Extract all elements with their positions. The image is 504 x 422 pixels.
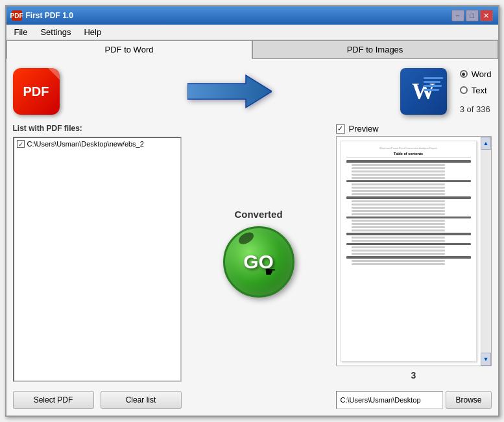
minimize-button[interactable]: − [451, 10, 464, 21]
page-number-display: 3 [336, 370, 492, 381]
preview-line [352, 226, 445, 228]
option-text-label: Text [472, 86, 487, 95]
preview-line [346, 243, 471, 246]
tab-bar: PDF to Word PDF to Images [6, 40, 498, 59]
preview-line [352, 220, 445, 222]
maximize-button[interactable]: □ [466, 10, 479, 21]
pdf-icon: PDF [13, 68, 60, 115]
radio-text[interactable] [460, 86, 468, 94]
preview-line [352, 210, 445, 212]
bottom-left: Select PDF Clear list [13, 391, 182, 409]
preview-scroll-down[interactable]: ▼ [481, 353, 491, 366]
preview-page: Word and PowerPoint Conversion Analysis … [341, 141, 477, 362]
preview-scroll-up[interactable]: ▲ [481, 137, 491, 150]
horizontal-scrollbar[interactable]: ◀ ▶ [14, 381, 180, 382]
preview-line [352, 167, 445, 169]
menu-help[interactable]: Help [78, 26, 106, 38]
page-count: 3 of 336 [460, 104, 490, 114]
preview-area: Word and PowerPoint Conversion Analysis … [336, 136, 492, 366]
preview-line [352, 260, 445, 262]
word-line-1 [424, 77, 443, 79]
menu-file[interactable]: File [9, 26, 33, 38]
tab-pdf-to-word[interactable]: PDF to Word [6, 40, 252, 59]
preview-line [346, 160, 471, 163]
preview-line [352, 177, 445, 179]
preview-line [346, 233, 471, 235]
go-button[interactable]: GO [223, 226, 294, 298]
title-bar-left: PDF First PDF 1.0 [12, 10, 73, 21]
preview-line [352, 250, 445, 252]
pdf-icon-label: PDF [23, 84, 49, 99]
word-icon-inner [400, 68, 447, 115]
window-controls: − □ ✕ [451, 10, 493, 21]
preview-label: Preview [349, 124, 379, 134]
converted-label: Converted [234, 209, 282, 220]
option-word[interactable]: Word [460, 69, 492, 79]
preview-line [352, 174, 445, 176]
preview-line [352, 187, 445, 189]
word-lines-decoration [424, 77, 443, 91]
preview-line [352, 237, 445, 239]
file-list-container: C:\Users\Usman\Desktop\new/ebs_2 ◀ ▶ [13, 137, 182, 382]
preview-line [346, 217, 471, 219]
preview-content: Word and PowerPoint Conversion Analysis … [337, 137, 481, 366]
preview-header-text: Word and PowerPoint Conversion Analysis … [346, 147, 471, 150]
file-checkbox[interactable] [17, 140, 25, 148]
preview-line [352, 263, 445, 265]
arrow-container [60, 72, 400, 111]
preview-line [346, 256, 471, 259]
center-panel: Converted GO ☛ [188, 124, 330, 382]
word-icon [400, 68, 447, 115]
preview-scrollbar: ▲ ▼ [481, 137, 491, 366]
output-path-input[interactable] [336, 391, 444, 409]
file-list[interactable]: C:\Users\Usman\Desktop\new/ebs_2 [14, 138, 180, 381]
list-label: List with PDF files: [13, 124, 182, 133]
word-line-3 [424, 85, 442, 87]
tab-pdf-to-images[interactable]: PDF to Images [252, 40, 498, 58]
preview-toc-title: Table of contents [346, 152, 471, 158]
preview-line [352, 200, 445, 202]
window-title: First PDF 1.0 [26, 11, 73, 20]
scroll-right-arrow[interactable]: ▶ [161, 382, 170, 382]
main-content: PDF [6, 59, 498, 416]
preview-line [352, 207, 445, 209]
word-icon-area: Word Text 3 of 336 [400, 68, 492, 115]
menu-settings[interactable]: Settings [35, 26, 76, 38]
preview-line [352, 246, 445, 248]
browse-button[interactable]: Browse [446, 391, 491, 409]
list-item[interactable]: C:\Users\Usman\Desktop\new/ebs_2 [14, 138, 180, 150]
preview-line [346, 180, 471, 183]
word-line-2 [424, 81, 440, 83]
bottom-right: Browse [336, 391, 492, 409]
preview-line [352, 170, 445, 172]
bottom-section: Select PDF Clear list Browse [13, 387, 492, 409]
preview-line [352, 253, 445, 255]
preview-line [352, 193, 445, 195]
radio-word[interactable] [460, 70, 468, 78]
preview-line [352, 213, 445, 215]
left-panel: List with PDF files: C:\Users\Usman\Desk… [13, 124, 182, 382]
clear-list-button[interactable]: Clear list [101, 391, 182, 409]
option-word-label: Word [472, 69, 492, 79]
middle-section: List with PDF files: C:\Users\Usman\Desk… [13, 124, 492, 382]
preview-line [346, 196, 471, 199]
svg-marker-0 [187, 75, 272, 108]
file-path-label: C:\Users\Usman\Desktop\new/ebs_2 [27, 140, 144, 148]
preview-scroll-track[interactable] [481, 150, 490, 353]
app-icon: PDF [12, 10, 22, 21]
select-pdf-button[interactable]: Select PDF [13, 391, 94, 409]
preview-line [352, 164, 445, 166]
preview-line [352, 223, 445, 225]
main-window: PDF First PDF 1.0 − □ ✕ File Settings He… [5, 5, 499, 417]
scroll-left-arrow[interactable]: ◀ [25, 382, 34, 382]
pdf-icon-inner: PDF [13, 68, 60, 115]
preview-line [352, 190, 445, 192]
conversion-arrow [187, 72, 272, 111]
go-button-label: GO [243, 251, 274, 273]
preview-line [352, 204, 445, 205]
option-text[interactable]: Text [460, 86, 487, 95]
preview-checkbox[interactable] [336, 124, 345, 134]
close-button[interactable]: ✕ [480, 10, 493, 21]
right-panel: Preview Word and PowerPoint Conversion A… [336, 124, 492, 382]
title-bar: PDF First PDF 1.0 − □ ✕ [6, 6, 498, 25]
